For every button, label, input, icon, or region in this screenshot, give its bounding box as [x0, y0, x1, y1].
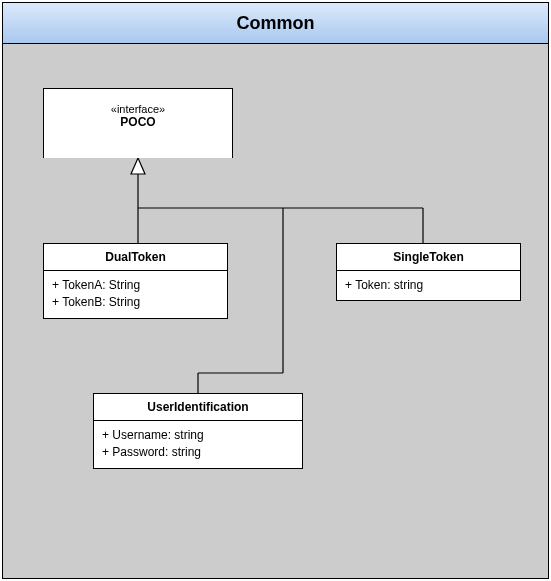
attribute: + Token: string — [345, 277, 512, 294]
class-title: DualToken — [44, 244, 227, 271]
class-dualtoken: DualToken + TokenA: String + TokenB: Str… — [43, 243, 228, 319]
package-common: Common «interface» POCO DualToken + Toke… — [2, 2, 549, 579]
interface-stereotype: «interface» — [48, 103, 228, 115]
interface-poco: «interface» POCO — [43, 88, 233, 158]
package-title: Common — [3, 3, 548, 44]
interface-name: POCO — [48, 115, 228, 129]
interface-title: «interface» POCO — [44, 89, 232, 135]
attribute: + Password: string — [102, 444, 294, 461]
attribute: + TokenA: String — [52, 277, 219, 294]
class-useridentification: UserIdentification + Username: string + … — [93, 393, 303, 469]
class-singletoken: SingleToken + Token: string — [336, 243, 521, 301]
attribute: + TokenB: String — [52, 294, 219, 311]
attribute: + Username: string — [102, 427, 294, 444]
class-attributes: + Username: string + Password: string — [94, 421, 302, 468]
class-title: UserIdentification — [94, 394, 302, 421]
class-title: SingleToken — [337, 244, 520, 271]
class-attributes: + Token: string — [337, 271, 520, 300]
svg-marker-0 — [131, 158, 145, 174]
class-attributes: + TokenA: String + TokenB: String — [44, 271, 227, 318]
diagram-canvas: Common «interface» POCO DualToken + Toke… — [0, 0, 551, 581]
